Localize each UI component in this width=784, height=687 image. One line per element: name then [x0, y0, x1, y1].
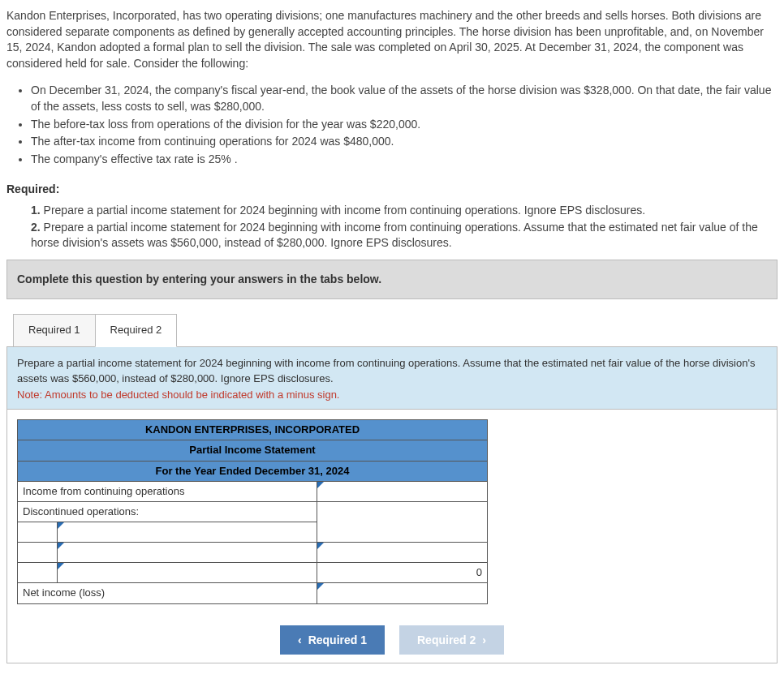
stmt-title: KANDON ENTERPRISES, INCORPORATED [18, 420, 488, 440]
disc-summary-amount: 0 [317, 563, 488, 583]
dropdown-icon [317, 583, 324, 590]
worksheet: KANDON ENTERPRISES, INCORPORATED Partial… [7, 410, 777, 613]
required-list: 1. Prepare a partial income statement fo… [6, 203, 778, 251]
next-button[interactable]: Required 2 › [399, 625, 504, 655]
dropdown-icon [58, 563, 64, 569]
dropdown-icon [317, 543, 324, 549]
dropdown-icon [317, 482, 324, 488]
chevron-right-icon: › [482, 633, 486, 646]
indent-cell [18, 522, 58, 543]
row-income-continuing-label: Income from continuing operations [18, 481, 317, 501]
blank-cell [317, 522, 488, 543]
disc-line-1-label[interactable] [57, 522, 317, 543]
stmt-period: For the Year Ended December 31, 2024 [18, 461, 488, 481]
fact-item: The company's effective tax rate is 25% … [31, 152, 778, 168]
tab-panel-required-2: Prepare a partial income statement for 2… [6, 346, 778, 663]
indent-cell [18, 543, 58, 563]
required-item-2-text: Prepare a partial income statement for 2… [31, 221, 758, 250]
panel-description: Prepare a partial income statement for 2… [7, 347, 777, 410]
tabs-row: Required 1 Required 2 [6, 314, 778, 346]
instruction-bar: Complete this question by entering your … [6, 260, 778, 300]
fact-item: The before-tax loss from operations of t… [31, 117, 778, 133]
required-heading: Required: [6, 182, 778, 198]
panel-note: Note: Amounts to be deducted should be i… [17, 389, 339, 401]
income-statement-table: KANDON ENTERPRISES, INCORPORATED Partial… [17, 419, 488, 603]
row-net-income-label: Net income (loss) [18, 583, 317, 603]
row-net-income-amount[interactable] [317, 583, 488, 603]
next-button-label: Required 2 [417, 633, 476, 646]
tab-required-2[interactable]: Required 2 [95, 314, 178, 346]
required-item-2: 2. Prepare a partial income statement fo… [31, 220, 778, 251]
disc-line-2-label[interactable] [57, 543, 317, 563]
required-item-1: 1. Prepare a partial income statement fo… [31, 203, 778, 219]
indent-cell [18, 563, 58, 583]
disc-line-2-amount[interactable] [317, 543, 488, 563]
fact-item: On December 31, 2024, the company's fisc… [31, 83, 778, 114]
fact-item: The after-tax income from continuing ope… [31, 134, 778, 150]
row-discontinued-label: Discontinued operations: [18, 502, 317, 522]
dropdown-icon [58, 522, 64, 529]
chevron-left-icon: ‹ [298, 633, 302, 646]
row-income-continuing-amount[interactable] [317, 481, 488, 501]
tab-required-1[interactable]: Required 1 [13, 314, 96, 346]
panel-desc-text: Prepare a partial income statement for 2… [17, 357, 755, 385]
blank-cell [317, 502, 488, 522]
dropdown-icon [58, 543, 64, 549]
nav-row: ‹ Required 1 Required 2 › [7, 614, 777, 663]
problem-facts-list: On December 31, 2024, the company's fisc… [6, 83, 778, 167]
prev-button[interactable]: ‹ Required 1 [280, 625, 385, 655]
disc-line-3-label[interactable] [57, 563, 317, 583]
problem-intro: Kandon Enterprises, Incorporated, has tw… [6, 8, 778, 71]
required-item-1-text: Prepare a partial income statement for 2… [44, 204, 646, 217]
stmt-subtitle: Partial Income Statement [18, 440, 488, 461]
prev-button-label: Required 1 [308, 633, 367, 646]
